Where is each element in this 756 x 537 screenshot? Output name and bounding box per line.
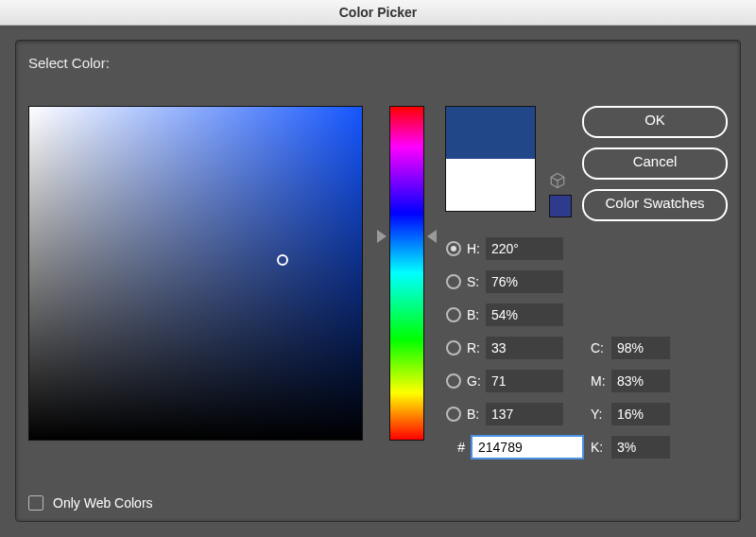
preview-new-color <box>446 107 535 159</box>
color-field[interactable] <box>28 106 363 441</box>
mode-label-H: H: <box>467 241 486 256</box>
cmyk-label-C: C: <box>591 340 611 355</box>
mode-label-B: B: <box>467 407 486 422</box>
cmyk-input-M[interactable] <box>611 370 670 392</box>
cmyk-input-Y[interactable] <box>611 403 670 425</box>
mode-radio-B[interactable] <box>446 407 461 422</box>
mode-input-B[interactable] <box>486 403 563 425</box>
hue-thumb-right-icon[interactable] <box>427 230 437 243</box>
mode-label-R: R: <box>467 340 486 355</box>
checkbox-icon <box>28 495 43 511</box>
cancel-button[interactable]: Cancel <box>582 147 728 180</box>
web-colors-checkbox[interactable]: Only Web Colors <box>28 495 153 511</box>
mode-input-H[interactable] <box>486 237 563 260</box>
hex-input[interactable] <box>471 435 584 459</box>
mode-radio-R[interactable] <box>446 340 461 355</box>
mode-radio-H[interactable] <box>446 241 461 256</box>
select-color-label: Select Color: <box>28 55 110 71</box>
preview-current-color[interactable] <box>446 159 535 211</box>
cube-icon <box>549 172 566 189</box>
hue-gradient <box>389 106 424 441</box>
hex-label: # <box>446 440 465 455</box>
mode-input-Bv[interactable] <box>486 303 563 326</box>
cmyk-input-K[interactable] <box>611 436 670 459</box>
hue-thumb-left-icon[interactable] <box>377 230 387 243</box>
hue-slider[interactable] <box>389 106 424 441</box>
mode-label-G: G: <box>467 373 486 389</box>
cmyk-label-K: K: <box>591 440 611 455</box>
mode-input-R[interactable] <box>486 337 563 359</box>
mode-input-S[interactable] <box>486 270 563 293</box>
mode-label-S: S: <box>467 274 486 289</box>
color-swatches-button[interactable]: Color Swatches <box>582 189 728 221</box>
previous-color-swatch[interactable] <box>549 195 572 217</box>
cmyk-input-C[interactable] <box>611 337 670 359</box>
window-title: Color Picker <box>0 0 756 26</box>
cmyk-label-M: M: <box>591 373 611 389</box>
mode-radio-Bv[interactable] <box>446 307 461 322</box>
color-field-marker[interactable] <box>277 254 288 266</box>
color-preview <box>445 106 536 212</box>
mode-label-Bv: B: <box>467 307 486 322</box>
mode-input-G[interactable] <box>486 370 563 392</box>
mode-radio-S[interactable] <box>446 274 461 289</box>
mode-radio-G[interactable] <box>446 373 461 389</box>
cmyk-label-Y: Y: <box>591 407 611 422</box>
ok-button[interactable]: OK <box>582 106 728 138</box>
web-colors-label: Only Web Colors <box>53 495 153 511</box>
